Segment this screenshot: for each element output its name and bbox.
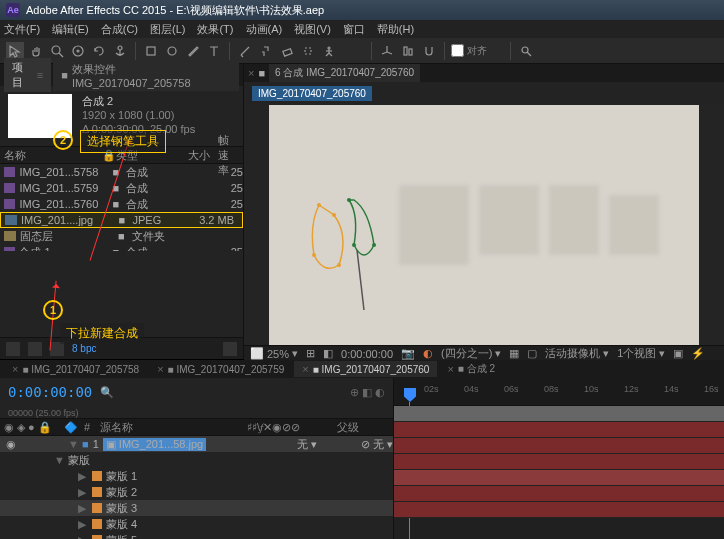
anchor-tool[interactable]: [111, 42, 129, 60]
timeline-layer[interactable]: ▶蒙版 1: [0, 468, 393, 484]
timeline-tab[interactable]: × ■ 合成 2: [439, 360, 503, 378]
svg-rect-17: [404, 47, 407, 55]
svg-point-4: [118, 46, 122, 50]
trash-button[interactable]: [223, 342, 237, 356]
svg-line-28: [357, 250, 364, 310]
zoom-dropdown[interactable]: ⬜ 25% ▾: [250, 347, 298, 360]
fast-preview-button[interactable]: ⚡: [691, 347, 705, 360]
timeline-tab[interactable]: × ■ IMG_20170407_205759: [149, 361, 292, 377]
pen-tool[interactable]: [184, 42, 202, 60]
current-time[interactable]: 0:00:00:00: [8, 384, 92, 400]
rect-tool[interactable]: [142, 42, 160, 60]
annotation-label-1: 下拉新建合成: [60, 323, 144, 344]
layer-track[interactable]: [394, 438, 724, 454]
menu-window[interactable]: 窗口: [343, 22, 365, 37]
timeline-layers[interactable]: ◉▼■1▣ IMG_201...58.jpg无 ▾⊘ 无 ▾▼蒙版▶蒙版 1▶蒙…: [0, 436, 393, 539]
svg-point-7: [168, 47, 176, 55]
viewer-breadcrumb[interactable]: 6 合成 IMG_20170407_205760: [269, 64, 420, 82]
menu-file[interactable]: 文件(F): [4, 22, 40, 37]
svg-point-26: [352, 243, 356, 247]
mask-button[interactable]: ▢: [527, 347, 537, 360]
project-item[interactable]: 固态层■文件夹: [0, 228, 243, 244]
timeline-layer[interactable]: ◉▼■1▣ IMG_201...58.jpg无 ▾⊘ 无 ▾: [0, 436, 393, 452]
timeline-layer[interactable]: ▶蒙版 2: [0, 484, 393, 500]
project-items-list[interactable]: IMG_201...5758■合成25IMG_201...5759■合成25IM…: [0, 164, 243, 251]
time-display[interactable]: 0:00:00:00: [341, 348, 393, 360]
axis-tool[interactable]: [378, 42, 396, 60]
search-icon[interactable]: 🔍: [100, 386, 114, 399]
bpc-indicator[interactable]: 8 bpc: [72, 343, 96, 354]
project-item[interactable]: IMG_201...5759■合成25: [0, 180, 243, 196]
svg-point-2: [73, 46, 83, 56]
svg-line-1: [59, 53, 63, 57]
channel-button[interactable]: ◧: [323, 347, 333, 360]
viewer-lock-icon[interactable]: ■: [258, 67, 265, 79]
menu-edit[interactable]: 编辑(E): [52, 22, 89, 37]
zoom-tool[interactable]: [48, 42, 66, 60]
project-panel: 项目≡ ■效果控件 IMG_20170407_205758 合成 2 1920 …: [0, 64, 244, 359]
resolution-button[interactable]: ⊞: [306, 347, 315, 360]
annotation-number-1: 1: [43, 300, 63, 320]
menu-layer[interactable]: 图层(L): [150, 22, 185, 37]
menu-view[interactable]: 视图(V): [294, 22, 331, 37]
color-mgmt-button[interactable]: ◐: [423, 347, 433, 360]
ellipse-tool[interactable]: [163, 42, 181, 60]
menu-help[interactable]: 帮助(H): [377, 22, 414, 37]
hand-tool[interactable]: [27, 42, 45, 60]
resolution-dropdown[interactable]: (四分之一) ▾: [441, 346, 501, 361]
snap-label: 对齐: [467, 44, 487, 58]
pixel-aspect-button[interactable]: ▣: [673, 347, 683, 360]
timeline-layer[interactable]: ▼蒙版: [0, 452, 393, 468]
rotate-tool[interactable]: [90, 42, 108, 60]
grid-button[interactable]: ▦: [509, 347, 519, 360]
svg-rect-6: [147, 47, 155, 55]
snapshot-button[interactable]: 📷: [401, 347, 415, 360]
orbit-tool[interactable]: [69, 42, 87, 60]
selection-tool[interactable]: [6, 42, 24, 60]
layer-track[interactable]: [394, 486, 724, 502]
playhead[interactable]: [404, 388, 416, 402]
svg-point-25: [347, 198, 351, 202]
timeline-tab[interactable]: × ■ IMG_20170407_205758: [4, 361, 147, 377]
layer-track[interactable]: [394, 406, 724, 422]
project-item[interactable]: IMG_201...5760■合成25: [0, 196, 243, 212]
timeline-layer[interactable]: ▶蒙版 3: [0, 500, 393, 516]
svg-point-23: [337, 263, 341, 267]
timeline-tabs: × ■ IMG_20170407_205758× ■ IMG_20170407_…: [0, 360, 724, 378]
svg-rect-18: [409, 49, 412, 55]
views-dropdown[interactable]: 1个视图 ▾: [617, 346, 665, 361]
window-title: Adobe After Effects CC 2015 - E:\视频编辑软件\…: [26, 3, 324, 18]
roto-tool[interactable]: [299, 42, 317, 60]
align-tool[interactable]: [399, 42, 417, 60]
eraser-tool[interactable]: [278, 42, 296, 60]
text-tool[interactable]: [205, 42, 223, 60]
snap-tool[interactable]: [420, 42, 438, 60]
switch-icon[interactable]: ⊕ ◧ ◐: [350, 386, 385, 399]
time-ruler[interactable]: 02s04s06s08s10s12s14s16s: [394, 378, 724, 406]
annotation-label-2: 选择钢笔工具: [80, 130, 166, 153]
menu-effect[interactable]: 效果(T): [197, 22, 233, 37]
brush-tool[interactable]: [236, 42, 254, 60]
timeline-layer[interactable]: ▶蒙版 5: [0, 532, 393, 539]
clone-tool[interactable]: [257, 42, 275, 60]
project-item[interactable]: IMG_201....jpg■JPEG3.2 MB: [0, 212, 243, 228]
search-tool[interactable]: [517, 42, 535, 60]
svg-line-12: [326, 53, 329, 56]
layer-track[interactable]: [394, 422, 724, 438]
viewer-canvas[interactable]: [244, 105, 724, 345]
timeline-layer[interactable]: ▶蒙版 4: [0, 516, 393, 532]
menu-comp[interactable]: 合成(C): [101, 22, 138, 37]
menu-anim[interactable]: 动画(A): [246, 22, 283, 37]
interpret-footage-button[interactable]: [6, 342, 20, 356]
layer-track[interactable]: [394, 470, 724, 486]
puppet-tool[interactable]: [320, 42, 338, 60]
camera-dropdown[interactable]: 活动摄像机 ▾: [545, 346, 609, 361]
layer-track[interactable]: [394, 502, 724, 518]
new-folder-button[interactable]: [28, 342, 42, 356]
layer-track[interactable]: [394, 454, 724, 470]
viewer-comp-selector[interactable]: IMG_20170407_205760: [252, 86, 372, 101]
svg-point-9: [328, 47, 330, 49]
project-item[interactable]: IMG_201...5758■合成25: [0, 164, 243, 180]
timeline-tab[interactable]: × ■ IMG_20170407_205760: [294, 361, 437, 377]
snap-checkbox[interactable]: [451, 44, 464, 57]
